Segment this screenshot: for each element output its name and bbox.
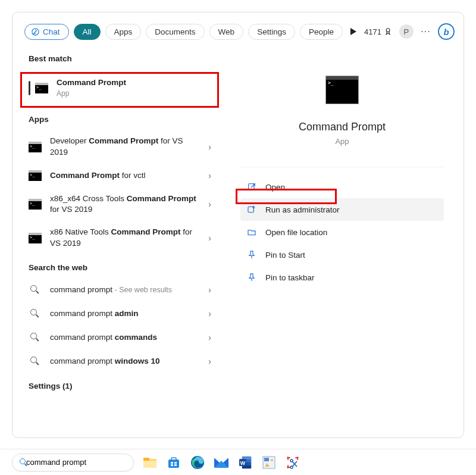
search-icon: [29, 355, 42, 367]
chat-icon: [31, 27, 40, 36]
taskbar-search-box[interactable]: [12, 454, 134, 471]
action-label: Pin to Start: [265, 251, 305, 260]
web-result-item[interactable]: command prompt - See web results ›: [12, 278, 221, 302]
web-result-label: command prompt windows 10: [50, 356, 200, 367]
user-avatar[interactable]: P: [399, 24, 414, 39]
search-icon: [29, 332, 42, 343]
filter-tabs-row: Chat All Apps Documents Web Settings Peo…: [12, 12, 464, 46]
action-open-file-location[interactable]: Open file location: [240, 221, 444, 243]
chevron-right-icon: ›: [208, 309, 211, 318]
taskbar-search-input[interactable]: [26, 458, 126, 467]
chevron-right-icon: ›: [208, 333, 211, 342]
documents-tab[interactable]: Documents: [146, 24, 204, 40]
action-open[interactable]: Open: [240, 176, 444, 198]
svg-point-24: [271, 459, 273, 461]
apps-header: Apps: [12, 107, 221, 130]
svg-rect-6: [143, 461, 156, 468]
svg-point-26: [290, 466, 293, 468]
chevron-right-icon: ›: [208, 357, 211, 366]
preview-subtitle: App: [240, 137, 444, 146]
people-tab[interactable]: People: [300, 24, 343, 40]
web-result-label: command prompt commands: [50, 332, 200, 343]
action-pin-to-taskbar[interactable]: Pin to taskbar: [240, 266, 444, 289]
app-result-item[interactable]: Developer Command Prompt for VS 2019 ›: [12, 130, 221, 163]
all-tab[interactable]: All: [74, 24, 101, 40]
app-result-label: Developer Command Prompt for VS 2019: [50, 136, 200, 157]
chevron-right-icon: ›: [208, 142, 211, 152]
app-result-item[interactable]: Command Prompt for vctl ›: [12, 164, 221, 188]
bing-logo-icon[interactable]: b: [438, 23, 455, 40]
admin-icon: [246, 204, 257, 215]
snipping-tool-icon[interactable]: [285, 455, 300, 470]
web-tab[interactable]: Web: [209, 24, 244, 40]
web-result-label: command prompt - See web results: [50, 285, 200, 295]
best-match-header: Best match: [12, 46, 221, 69]
web-result-label: command prompt admin: [50, 308, 200, 319]
chevron-right-icon: ›: [208, 285, 211, 295]
best-match-item[interactable]: Command Prompt App: [12, 69, 221, 107]
results-list: Best match Command Prompt App Apps Devel…: [12, 46, 221, 438]
svg-rect-11: [171, 464, 173, 466]
best-match-title: Command Prompt: [57, 78, 126, 87]
svg-rect-23: [264, 458, 269, 461]
edge-browser-icon[interactable]: [190, 455, 205, 470]
open-icon: [246, 182, 257, 192]
pin-icon: [246, 272, 257, 283]
svg-rect-2: [249, 184, 254, 189]
app-icon-generic[interactable]: [261, 455, 277, 470]
preview-app-icon: [325, 76, 359, 104]
chat-tab-label: Chat: [43, 27, 60, 36]
svg-rect-8: [171, 458, 176, 461]
mail-icon[interactable]: [214, 455, 229, 470]
svg-rect-12: [174, 464, 177, 466]
web-result-item[interactable]: command prompt windows 10 ›: [12, 349, 221, 373]
svg-text:W: W: [240, 460, 246, 465]
action-label: Pin to taskbar: [265, 273, 315, 282]
chevron-right-icon: ›: [208, 233, 211, 243]
preview-header: Command Prompt App: [240, 64, 444, 161]
search-icon: [29, 284, 42, 296]
more-options-button[interactable]: ···: [421, 26, 431, 38]
app-result-item[interactable]: x86 Native Tools Command Prompt for VS 2…: [12, 221, 221, 254]
app-result-item[interactable]: x86_x64 Cross Tools Command Prompt for V…: [12, 188, 221, 221]
selection-indicator-icon: [29, 81, 30, 95]
microsoft-store-icon[interactable]: [166, 455, 181, 470]
folder-icon: [246, 227, 257, 238]
header-right-controls: 4171 P ··· b: [364, 23, 455, 40]
search-icon: [20, 458, 21, 467]
command-prompt-icon: [29, 198, 42, 210]
file-explorer-icon[interactable]: [142, 455, 158, 470]
chat-tab[interactable]: Chat: [24, 24, 69, 40]
action-run-as-administrator[interactable]: Run as administrator: [240, 198, 444, 221]
command-prompt-icon: [29, 170, 42, 182]
command-prompt-icon: [35, 82, 48, 94]
action-list: OpenRun as administratorOpen file locati…: [240, 167, 444, 289]
command-prompt-icon: [29, 232, 42, 244]
taskbar: W: [0, 449, 476, 475]
app-result-label: x86_x64 Cross Tools Command Prompt for V…: [50, 193, 200, 215]
word-icon[interactable]: W: [237, 455, 253, 470]
preview-title: Command Prompt: [240, 121, 444, 133]
chevron-right-icon: ›: [208, 199, 211, 209]
web-result-item[interactable]: command prompt admin ›: [12, 302, 221, 326]
svg-rect-9: [171, 462, 173, 464]
web-header: Search the web: [12, 255, 221, 278]
apps-tab[interactable]: Apps: [105, 24, 142, 40]
pin-icon: [246, 249, 257, 260]
action-label: Open: [265, 183, 285, 192]
rewards-points[interactable]: 4171: [364, 27, 392, 36]
settings-header: Settings (1): [12, 373, 221, 402]
action-pin-to-start[interactable]: Pin to Start: [240, 243, 444, 266]
svg-rect-5: [143, 458, 149, 461]
more-tabs-arrow-icon[interactable]: [347, 25, 359, 38]
app-result-label: x86 Native Tools Command Prompt for VS 2…: [50, 227, 200, 248]
action-label: Run as administrator: [265, 205, 340, 214]
web-result-item[interactable]: command prompt commands ›: [12, 326, 221, 349]
settings-tab[interactable]: Settings: [248, 24, 295, 40]
app-result-label: Command Prompt for vctl: [50, 170, 200, 181]
best-match-subtitle: App: [57, 89, 211, 98]
svg-point-25: [290, 460, 293, 462]
chevron-right-icon: ›: [208, 171, 211, 180]
svg-point-1: [386, 29, 390, 32]
preview-pane: Command Prompt App OpenRun as administra…: [221, 46, 464, 438]
